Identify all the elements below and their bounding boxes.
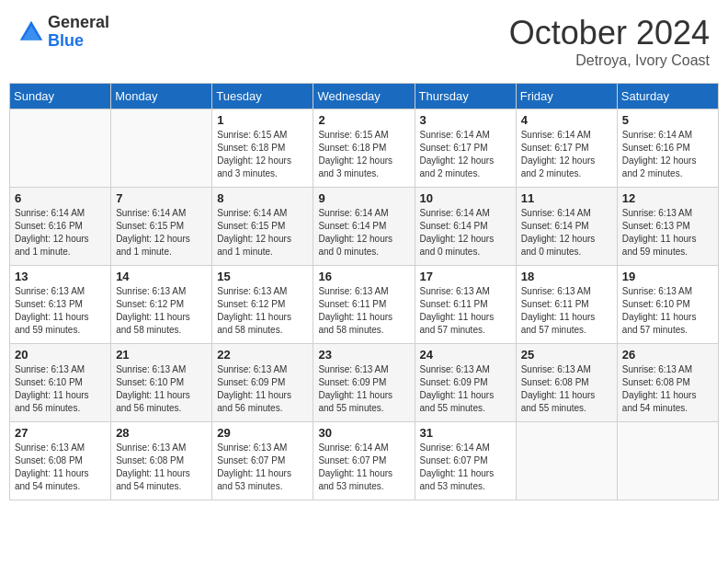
day-info: Sunrise: 6:13 AM Sunset: 6:08 PM Dayligh… — [15, 442, 106, 493]
calendar-day-cell: 17Sunrise: 6:13 AM Sunset: 6:11 PM Dayli… — [415, 266, 516, 344]
calendar-week-row: 13Sunrise: 6:13 AM Sunset: 6:13 PM Dayli… — [10, 266, 719, 344]
calendar-day-cell: 21Sunrise: 6:13 AM Sunset: 6:10 PM Dayli… — [111, 344, 212, 422]
day-number: 25 — [521, 348, 612, 362]
calendar-day-cell: 4Sunrise: 6:14 AM Sunset: 6:17 PM Daylig… — [516, 109, 617, 188]
day-number: 22 — [217, 348, 308, 362]
day-info: Sunrise: 6:13 AM Sunset: 6:10 PM Dayligh… — [116, 363, 207, 415]
day-number: 9 — [318, 191, 409, 205]
day-number: 17 — [420, 270, 511, 283]
calendar-day-cell — [617, 422, 718, 500]
calendar-day-cell: 5Sunrise: 6:14 AM Sunset: 6:16 PM Daylig… — [617, 109, 718, 188]
day-number: 7 — [116, 191, 207, 205]
location-subtitle: Detroya, Ivory Coast — [509, 52, 710, 69]
calendar-day-cell — [516, 422, 617, 500]
day-of-week-header: Wednesday — [313, 84, 415, 109]
logo-general: General — [48, 13, 109, 31]
day-info: Sunrise: 6:14 AM Sunset: 6:07 PM Dayligh… — [420, 442, 511, 493]
day-of-week-header: Saturday — [617, 84, 718, 109]
logo-blue: Blue — [48, 31, 84, 50]
day-number: 4 — [521, 113, 612, 127]
day-info: Sunrise: 6:14 AM Sunset: 6:14 PM Dayligh… — [318, 207, 409, 259]
calendar-day-cell: 19Sunrise: 6:13 AM Sunset: 6:10 PM Dayli… — [617, 266, 718, 344]
calendar-day-cell: 26Sunrise: 6:13 AM Sunset: 6:08 PM Dayli… — [617, 344, 718, 422]
day-info: Sunrise: 6:15 AM Sunset: 6:18 PM Dayligh… — [318, 129, 409, 180]
day-info: Sunrise: 6:14 AM Sunset: 6:16 PM Dayligh… — [15, 207, 106, 259]
day-number: 27 — [15, 426, 106, 440]
day-of-week-header: Friday — [516, 84, 617, 109]
calendar-day-cell: 6Sunrise: 6:14 AM Sunset: 6:16 PM Daylig… — [10, 188, 111, 266]
calendar-header-row: SundayMondayTuesdayWednesdayThursdayFrid… — [10, 84, 719, 109]
calendar-week-row: 1Sunrise: 6:15 AM Sunset: 6:18 PM Daylig… — [10, 109, 719, 188]
day-info: Sunrise: 6:14 AM Sunset: 6:14 PM Dayligh… — [420, 207, 511, 259]
calendar-day-cell: 25Sunrise: 6:13 AM Sunset: 6:08 PM Dayli… — [516, 344, 617, 422]
calendar-day-cell: 1Sunrise: 6:15 AM Sunset: 6:18 PM Daylig… — [212, 109, 313, 188]
calendar-day-cell: 20Sunrise: 6:13 AM Sunset: 6:10 PM Dayli… — [10, 344, 111, 422]
day-info: Sunrise: 6:13 AM Sunset: 6:11 PM Dayligh… — [521, 285, 612, 337]
day-info: Sunrise: 6:14 AM Sunset: 6:16 PM Dayligh… — [622, 129, 713, 180]
calendar-day-cell: 12Sunrise: 6:13 AM Sunset: 6:13 PM Dayli… — [617, 188, 718, 266]
day-number: 6 — [15, 191, 106, 205]
day-info: Sunrise: 6:14 AM Sunset: 6:14 PM Dayligh… — [521, 207, 612, 259]
title-block: October 2024 Detroya, Ivory Coast — [509, 14, 710, 69]
calendar-day-cell: 16Sunrise: 6:13 AM Sunset: 6:11 PM Dayli… — [313, 266, 415, 344]
day-number: 13 — [15, 270, 106, 283]
day-number: 28 — [116, 426, 207, 440]
calendar-day-cell — [111, 109, 212, 188]
day-number: 16 — [318, 270, 409, 283]
day-number: 2 — [318, 113, 409, 127]
logo-text: General Blue — [48, 14, 109, 51]
day-of-week-header: Tuesday — [212, 84, 313, 109]
calendar-day-cell — [10, 109, 111, 188]
calendar-day-cell: 23Sunrise: 6:13 AM Sunset: 6:09 PM Dayli… — [313, 344, 415, 422]
day-number: 31 — [420, 426, 511, 440]
logo: General Blue — [18, 14, 109, 51]
day-info: Sunrise: 6:14 AM Sunset: 6:07 PM Dayligh… — [318, 442, 409, 493]
day-info: Sunrise: 6:13 AM Sunset: 6:08 PM Dayligh… — [622, 363, 713, 415]
calendar-day-cell: 28Sunrise: 6:13 AM Sunset: 6:08 PM Dayli… — [111, 422, 212, 500]
day-info: Sunrise: 6:14 AM Sunset: 6:17 PM Dayligh… — [420, 129, 511, 180]
day-info: Sunrise: 6:13 AM Sunset: 6:10 PM Dayligh… — [15, 363, 106, 415]
calendar-day-cell: 3Sunrise: 6:14 AM Sunset: 6:17 PM Daylig… — [415, 109, 516, 188]
day-number: 11 — [521, 191, 612, 205]
day-number: 29 — [217, 426, 308, 440]
month-title: October 2024 — [509, 14, 710, 52]
day-number: 10 — [420, 191, 511, 205]
day-info: Sunrise: 6:13 AM Sunset: 6:08 PM Dayligh… — [116, 442, 207, 493]
calendar-week-row: 20Sunrise: 6:13 AM Sunset: 6:10 PM Dayli… — [10, 344, 719, 422]
calendar-day-cell: 30Sunrise: 6:14 AM Sunset: 6:07 PM Dayli… — [313, 422, 415, 500]
day-info: Sunrise: 6:15 AM Sunset: 6:18 PM Dayligh… — [217, 129, 308, 180]
day-number: 30 — [318, 426, 409, 440]
calendar-day-cell: 7Sunrise: 6:14 AM Sunset: 6:15 PM Daylig… — [111, 188, 212, 266]
calendar-day-cell: 24Sunrise: 6:13 AM Sunset: 6:09 PM Dayli… — [415, 344, 516, 422]
day-info: Sunrise: 6:13 AM Sunset: 6:12 PM Dayligh… — [217, 285, 308, 337]
calendar-day-cell: 2Sunrise: 6:15 AM Sunset: 6:18 PM Daylig… — [313, 109, 415, 188]
day-info: Sunrise: 6:13 AM Sunset: 6:08 PM Dayligh… — [521, 363, 612, 415]
day-number: 19 — [622, 270, 713, 283]
calendar-day-cell: 8Sunrise: 6:14 AM Sunset: 6:15 PM Daylig… — [212, 188, 313, 266]
calendar-day-cell: 31Sunrise: 6:14 AM Sunset: 6:07 PM Dayli… — [415, 422, 516, 500]
calendar-day-cell: 15Sunrise: 6:13 AM Sunset: 6:12 PM Dayli… — [212, 266, 313, 344]
day-info: Sunrise: 6:13 AM Sunset: 6:07 PM Dayligh… — [217, 442, 308, 493]
day-number: 23 — [318, 348, 409, 362]
calendar-week-row: 27Sunrise: 6:13 AM Sunset: 6:08 PM Dayli… — [10, 422, 719, 500]
day-number: 26 — [622, 348, 713, 362]
day-info: Sunrise: 6:13 AM Sunset: 6:12 PM Dayligh… — [116, 285, 207, 337]
day-number: 21 — [116, 348, 207, 362]
day-number: 12 — [622, 191, 713, 205]
calendar-day-cell: 29Sunrise: 6:13 AM Sunset: 6:07 PM Dayli… — [212, 422, 313, 500]
day-of-week-header: Monday — [111, 84, 212, 109]
day-number: 20 — [15, 348, 106, 362]
day-of-week-header: Thursday — [415, 84, 516, 109]
calendar-day-cell: 10Sunrise: 6:14 AM Sunset: 6:14 PM Dayli… — [415, 188, 516, 266]
day-info: Sunrise: 6:14 AM Sunset: 6:15 PM Dayligh… — [116, 207, 207, 259]
day-number: 8 — [217, 191, 308, 205]
day-info: Sunrise: 6:13 AM Sunset: 6:13 PM Dayligh… — [622, 207, 713, 259]
day-number: 24 — [420, 348, 511, 362]
calendar-table: SundayMondayTuesdayWednesdayThursdayFrid… — [9, 83, 719, 500]
day-info: Sunrise: 6:13 AM Sunset: 6:09 PM Dayligh… — [318, 363, 409, 415]
calendar-day-cell: 18Sunrise: 6:13 AM Sunset: 6:11 PM Dayli… — [516, 266, 617, 344]
logo-icon — [18, 19, 44, 45]
day-number: 18 — [521, 270, 612, 283]
day-info: Sunrise: 6:14 AM Sunset: 6:15 PM Dayligh… — [217, 207, 308, 259]
calendar-day-cell: 22Sunrise: 6:13 AM Sunset: 6:09 PM Dayli… — [212, 344, 313, 422]
